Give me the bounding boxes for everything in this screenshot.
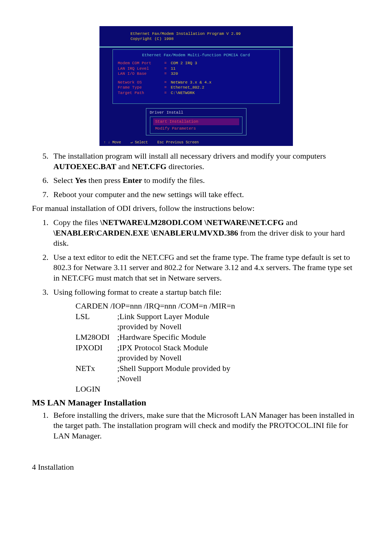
step-text: Use a text editor to edit the NET.CFG an…	[53, 253, 352, 282]
hint-move: ↑ ↓ Move	[104, 140, 121, 146]
hint-select: ↵ Select	[131, 140, 148, 146]
installer-title-line1: Ethernet Fax/Modem Installation Program …	[131, 31, 293, 36]
batch-line-carden: CARDEN /IOP=nnn /IRQ=nnn /COM=n /MIR=n	[75, 301, 360, 311]
installer-titlebar: Ethernet Fax/Modem Installation Program …	[99, 26, 293, 47]
panel-rows-2: Network OS=NetWare 3.x & 4.x Frame Type=…	[118, 80, 274, 95]
config-row: Network OS=NetWare 3.x & 4.x	[118, 80, 274, 85]
panel-rows-1: Modem COM Port=COM 2 IRQ 3 LAN IRQ Level…	[118, 61, 274, 76]
manual-steps-list: Copy the files \NETWARE\LM28ODI.COM \NET…	[32, 217, 360, 297]
manual-step-1: Copy the files \NETWARE\LM28ODI.COM \NET…	[50, 217, 360, 249]
batch-row: LM28ODI;Hardware Specific Module	[75, 332, 360, 343]
installer-title-line2: Copyright (C) 1998	[131, 36, 293, 41]
step-text: Copy the files \NETWARE\LM28ODI.COM \NET…	[53, 218, 345, 248]
step-text: Select Yes then press Enter to modify th…	[53, 176, 205, 185]
batch-row: LOGIN	[75, 384, 360, 395]
manual-step-2: Use a text editor to edit the NET.CFG an…	[50, 252, 360, 283]
section-heading-ms-lan: MS LAN Manager Installation	[32, 397, 360, 408]
ms-lan-step-1: Before installing the drivers, make sure…	[50, 410, 360, 441]
manual-intro-paragraph: For manual installation of ODI drivers, …	[32, 203, 360, 214]
config-row: Modem COM Port=COM 2 IRQ 3	[118, 61, 274, 66]
batch-row: IPXODI;IPX Protocol Stack Module	[75, 343, 360, 353]
batch-row: NETx;Shell Support Module provided by	[75, 363, 360, 374]
config-row: Target Path=C:\NETWORK	[118, 90, 274, 95]
step-text: The installation program will install al…	[53, 151, 326, 171]
manual-step-3: Using following format to create a start…	[50, 287, 360, 298]
page-footer: 4 Installation	[32, 462, 360, 473]
ms-lan-steps-list: Before installing the drivers, make sure…	[32, 410, 360, 441]
batch-row: ;provided by Novell	[75, 322, 360, 332]
config-row: LAN IRQ Level=11	[118, 66, 274, 71]
driver-install-box: Driver Install Start Installation Modify…	[146, 108, 246, 135]
step-text: Before installing the drivers, make sure…	[53, 411, 354, 440]
config-row: Frame Type=Ethernet_802.2	[118, 85, 274, 90]
step-7: Reboot your computer and the new setting…	[50, 189, 360, 200]
panel-title: Ethernet Fax/Modem Multi-function PCMCIA…	[118, 53, 274, 58]
batch-row: ;provided by Novell	[75, 353, 360, 363]
batch-row: ;Novell	[75, 374, 360, 384]
hint-esc: Esc Previous Screen	[158, 140, 199, 146]
installer-panel: Ethernet Fax/Modem Multi-function PCMCIA…	[113, 49, 280, 104]
config-row: LAN I/O Base=320	[118, 71, 274, 76]
separator	[99, 46, 293, 48]
menu-modify-parameters[interactable]: Modify Parameters	[153, 125, 239, 132]
step-text: Using following format to create a start…	[53, 287, 221, 297]
installer-screenshot: Ethernet Fax/Modem Installation Program …	[99, 26, 293, 146]
step-text: Reboot your computer and the new setting…	[53, 190, 244, 199]
driver-install-menu: Start Installation Modify Parameters	[150, 117, 242, 134]
menu-start-installation[interactable]: Start Installation	[153, 118, 239, 125]
step-6: Select Yes then press Enter to modify th…	[50, 175, 360, 186]
driver-install-title: Driver Install	[150, 110, 242, 115]
step-5: The installation program will install al…	[50, 151, 360, 172]
batch-row: LSL;Link Support Layer Module	[75, 311, 360, 322]
steps-list-continued: The installation program will install al…	[32, 151, 360, 200]
installer-footer: ↑ ↓ Move ↵ Select Esc Previous Screen	[99, 140, 293, 146]
batch-file-block: CARDEN /IOP=nnn /IRQ=nnn /COM=n /MIR=n L…	[75, 301, 360, 394]
